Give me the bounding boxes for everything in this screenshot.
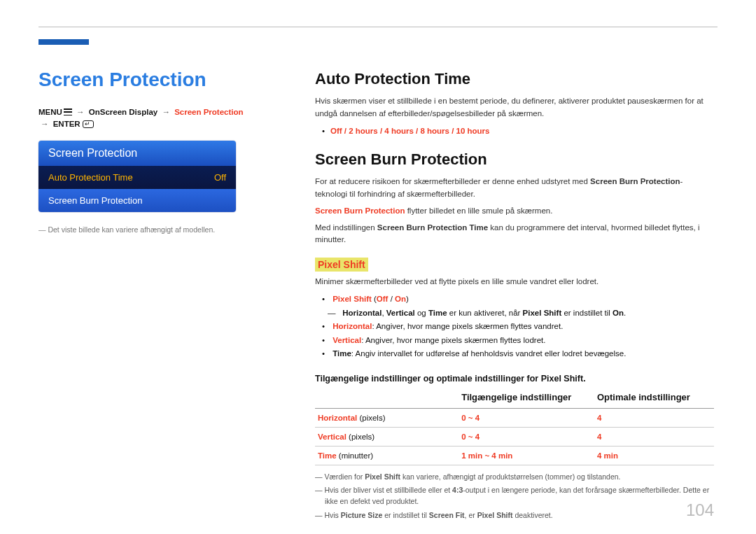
option-row: Off / 2 hours / 4 hours / 8 hours / 10 h… xyxy=(330,125,714,139)
th-optimal: Optimale indstillinger xyxy=(594,388,714,409)
accent-bar xyxy=(38,39,89,45)
enter-label: ENTER xyxy=(53,120,80,128)
cell-label: Vertical (pixels) xyxy=(315,427,458,446)
breadcrumb-step-1: OnScreen Display xyxy=(89,108,158,116)
table-header-row: Tilgængelige indstillinger Optimale inds… xyxy=(315,388,714,409)
breadcrumb: MENU → OnScreen Display → Screen Protect… xyxy=(38,106,252,131)
left-column: Screen Protection MENU → OnScreen Displa… xyxy=(38,69,252,234)
screen-burn-p1: For at reducere risikoen for skærmefterb… xyxy=(315,176,714,201)
right-column: Auto Protection Time Hvis skærmen viser … xyxy=(315,70,714,523)
note-item: Værdien for Pixel Shift kan variere, afh… xyxy=(315,471,714,482)
th-empty xyxy=(315,388,458,409)
osd-preview: Screen Protection Auto Protection Time O… xyxy=(38,141,236,212)
cell-label: Horizontal (pixels) xyxy=(315,408,458,427)
pixel-shift-table-caption: Tilgængelige indstillinger og optimale i… xyxy=(315,374,714,384)
cell-optimal: 4 min xyxy=(594,446,714,465)
image-disclaimer: Det viste billede kan variere afhængigt … xyxy=(38,225,252,235)
option-vertical: Vertical: Angiver, hvor mange pixels skæ… xyxy=(330,334,714,348)
pixel-shift-desc: Minimer skærmefterbilleder ved at flytte… xyxy=(315,276,714,288)
pixel-shift-options: Pixel Shift (Off / On) Horizontal, Verti… xyxy=(315,293,714,361)
menu-icon xyxy=(64,108,72,115)
cell-optimal: 4 xyxy=(594,408,714,427)
osd-row-value: Off xyxy=(214,172,226,183)
th-available: Tilgængelige indstillinger xyxy=(458,388,594,409)
pixel-shift-table: Tilgængelige indstillinger Optimale inds… xyxy=(315,388,714,465)
osd-row-auto-protection: Auto Protection Time Off xyxy=(38,166,236,189)
cell-available: 0 ~ 4 xyxy=(458,408,594,427)
auto-protection-heading: Auto Protection Time xyxy=(315,70,714,88)
arrow-icon: → xyxy=(38,120,51,128)
page-number: 104 xyxy=(686,500,714,520)
screen-burn-heading: Screen Burn Protection xyxy=(315,150,714,169)
osd-row-label: Screen Burn Protection xyxy=(48,195,142,206)
option-horizontal: Horizontal: Angiver, hvor mange pixels s… xyxy=(330,320,714,334)
osd-row-label: Auto Protection Time xyxy=(48,172,133,183)
auto-protection-options: Off / 2 hours / 4 hours / 8 hours / 10 h… xyxy=(315,125,714,139)
table-row: Horizontal (pixels) 0 ~ 4 4 xyxy=(315,408,714,427)
note-item: Hvis Picture Size er indstillet til Scre… xyxy=(315,510,714,521)
pixel-shift-notes: Værdien for Pixel Shift kan variere, afh… xyxy=(315,471,714,521)
osd-row-screen-burn: Screen Burn Protection xyxy=(38,189,236,212)
option-note: Horizontal, Vertical og Time er kun akti… xyxy=(340,307,714,321)
cell-label: Time (minutter) xyxy=(315,446,458,465)
note-item: Hvis der bliver vist et stillbillede ell… xyxy=(315,484,714,507)
option-time: Time: Angiv intervallet for udførelse af… xyxy=(330,347,714,361)
enter-icon xyxy=(83,120,94,128)
cell-available: 1 min ~ 4 min xyxy=(458,446,594,465)
page-title: Screen Protection xyxy=(38,69,252,91)
table-row: Vertical (pixels) 0 ~ 4 4 xyxy=(315,427,714,446)
cell-available: 0 ~ 4 xyxy=(458,427,594,446)
auto-protection-desc: Hvis skærmen viser et stillbillede i en … xyxy=(315,95,714,120)
option-pixel-shift: Pixel Shift (Off / On) xyxy=(330,293,714,307)
cell-optimal: 4 xyxy=(594,427,714,446)
table-row: Time (minutter) 1 min ~ 4 min 4 min xyxy=(315,446,714,465)
pixel-shift-heading: Pixel Shift xyxy=(315,258,368,272)
page-top-rule xyxy=(38,27,718,27)
screen-burn-p3: Med indstillingen Screen Burn Protection… xyxy=(315,222,714,247)
osd-header: Screen Protection xyxy=(38,141,236,166)
arrow-icon: → xyxy=(160,108,172,116)
menu-label: MENU xyxy=(38,108,62,116)
breadcrumb-step-2: Screen Protection xyxy=(174,108,243,116)
arrow-icon: → xyxy=(74,108,87,116)
screen-burn-p2: Screen Burn Protection flytter billedet … xyxy=(315,205,714,218)
